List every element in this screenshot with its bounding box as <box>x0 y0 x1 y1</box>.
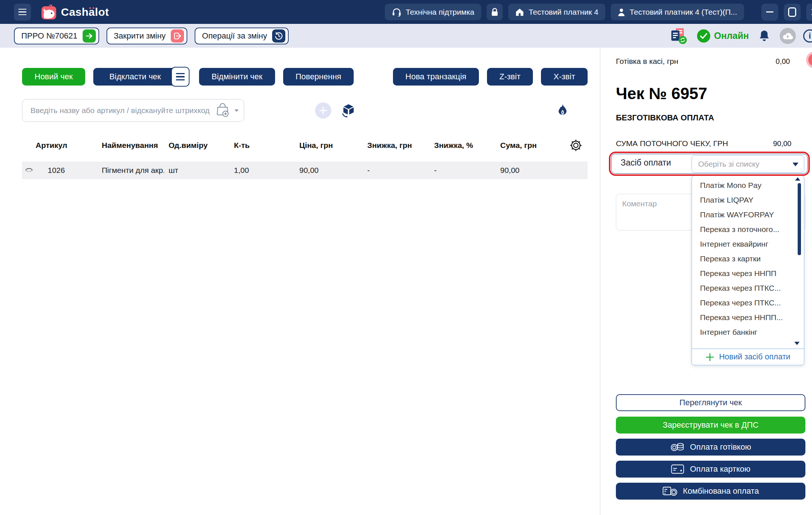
table-settings-button[interactable] <box>567 138 585 152</box>
documents-sync-button[interactable] <box>668 27 690 45</box>
window-minimize-button[interactable] <box>761 4 778 21</box>
cell-article: 1026 <box>48 166 65 175</box>
payment-method-option[interactable]: Платіж Mono Pay <box>692 178 804 193</box>
pay-card-button[interactable]: Оплата карткою <box>616 461 805 478</box>
account-home-button[interactable]: Тестовий платник 4 <box>508 4 605 20</box>
search-options-caret-icon[interactable] <box>234 109 239 112</box>
headset-icon <box>392 8 401 17</box>
info-icon: i <box>809 31 811 41</box>
table-row[interactable]: 1026 Пігменти для акр... шт 1,00 90,00 -… <box>22 162 588 179</box>
window-close-button[interactable] <box>806 4 812 21</box>
catalog-cube-button[interactable] <box>339 103 358 118</box>
payment-method-option[interactable]: Переказ через ПТКС... <box>692 295 804 310</box>
account-user-button[interactable]: Тестовий платник 4 (Тест)(П... <box>611 4 744 20</box>
z-report-button[interactable]: Z-звіт <box>487 68 533 86</box>
bell-icon <box>758 30 770 42</box>
product-search-input[interactable] <box>30 106 212 115</box>
refund-button[interactable]: Повернення <box>283 68 354 86</box>
cloud-download-button[interactable] <box>780 28 796 44</box>
plus-icon <box>705 353 714 362</box>
cancel-check-button[interactable]: Відмінити чек <box>199 68 275 86</box>
col-header-article: Артикул <box>22 141 97 150</box>
cell-discount-uah: - <box>363 166 430 175</box>
postpone-check-button[interactable]: Відкласти чек <box>93 68 184 86</box>
window-maximize-button[interactable] <box>784 4 801 21</box>
cell-unit: шт <box>164 166 230 175</box>
toolbar-status-area: Онлайн i <box>668 27 812 45</box>
flame-icon <box>557 104 569 117</box>
shift-operations-button[interactable]: Операції за зміну <box>195 28 289 44</box>
current-check-sum-value: 90,00 <box>773 139 791 148</box>
product-search-box <box>22 99 244 122</box>
payment-method-options: Платіж Mono Pay Платіж LIQPAY Платіж WAY… <box>692 176 804 340</box>
postponed-checks-list-button[interactable] <box>171 67 190 87</box>
cloud-download-icon <box>783 32 793 40</box>
eye-icon[interactable] <box>25 168 33 173</box>
payment-method-select[interactable]: Оберіть зі списку <box>692 155 804 173</box>
check-panel: Готівка в касі, грн 0,00 Чек № 6957 БЕЗГ… <box>600 48 812 515</box>
app-logo: Cashalot <box>40 4 109 20</box>
col-header-name: Найменування <box>97 141 164 150</box>
add-product-button[interactable] <box>315 102 331 119</box>
close-shift-button[interactable]: Закрити зміну <box>107 28 187 44</box>
flame-button[interactable] <box>555 103 571 118</box>
payment-method-option[interactable]: Платіж LIQPAY <box>692 193 804 207</box>
payment-method-option[interactable]: Переказ з картки <box>692 251 804 266</box>
online-status: Онлайн <box>697 29 749 43</box>
cell-discount-pct: - <box>430 166 496 175</box>
plus-icon <box>319 106 327 115</box>
user-icon <box>618 8 625 16</box>
titlebar-right: Технічна підтримка Тестовий платник 4 Те… <box>385 4 812 21</box>
dropdown-scrollbar[interactable] <box>798 183 801 255</box>
new-check-button[interactable]: Новий чек <box>22 68 85 86</box>
scroll-down-icon[interactable] <box>794 342 800 345</box>
cell-name: Пігменти для акр... <box>97 166 164 175</box>
scroll-up-icon[interactable] <box>795 177 800 181</box>
app-window: Cashalot Технічна підтримка Тестовий пла… <box>0 0 812 515</box>
payment-method-option[interactable]: Інтернет банкінг <box>692 325 804 340</box>
lock-icon <box>491 8 498 17</box>
check-number-title: Чек № 6957 <box>616 84 707 103</box>
col-header-discount-uah: Знижка, грн <box>363 141 430 150</box>
edge-red-indicator[interactable] <box>806 51 812 68</box>
current-check-sum-label: СУМА ПОТОЧНОГО ЧЕКУ, ГРН <box>616 139 728 148</box>
info-button[interactable]: i <box>803 29 812 43</box>
minimize-icon <box>766 11 773 12</box>
payment-method-option[interactable]: Переказ через ННПП... <box>692 310 804 325</box>
payment-method-option[interactable]: Переказ з поточного... <box>692 222 804 237</box>
col-header-discount-pct: Знижка, % <box>430 141 496 150</box>
add-to-cart-icon[interactable] <box>215 103 231 118</box>
payment-method-option[interactable]: Переказ через ПТКС... <box>692 281 804 295</box>
chevron-down-icon <box>793 163 798 166</box>
cell-total: 90,00 <box>496 166 564 175</box>
gear-icon <box>569 139 582 152</box>
lock-button[interactable] <box>487 4 503 20</box>
cube-icon <box>341 103 356 118</box>
maximize-icon <box>788 7 796 17</box>
payment-method-option[interactable]: Переказ через ННПП <box>692 266 804 281</box>
new-transaction-button[interactable]: Нова транзакція <box>393 68 479 86</box>
cell-qty: 1,00 <box>230 166 295 175</box>
payment-method-placeholder: Оберіть зі списку <box>698 160 759 168</box>
add-payment-method-button[interactable]: Новий засіб оплати <box>692 349 804 365</box>
payment-method-dropdown: Платіж Mono Pay Платіж LIQPAY Платіж WAY… <box>692 175 804 365</box>
cashalot-whale-icon <box>40 4 57 20</box>
register-check-button[interactable]: Зареєструвати чек в ДПС <box>616 417 805 434</box>
combined-payment-icon <box>663 486 677 496</box>
notifications-button[interactable] <box>756 29 772 43</box>
pay-combined-button[interactable]: Комбінована оплата <box>616 483 805 500</box>
cash-in-register-value: 0,00 <box>776 57 790 66</box>
online-check-icon <box>697 29 710 43</box>
check-actions-row: Новий чек Відкласти чек Відмінити чек По… <box>22 68 588 86</box>
titlebar: Cashalot Технічна підтримка Тестовий пла… <box>0 0 812 24</box>
history-clock-icon <box>272 29 285 43</box>
main-area: Новий чек Відкласти чек Відмінити чек По… <box>0 48 812 515</box>
prro-button[interactable]: ПРРО №70621 <box>14 28 99 44</box>
view-check-button[interactable]: Переглянути чек <box>616 394 805 411</box>
payment-method-option[interactable]: Інтернет еквайринг <box>692 237 804 251</box>
menu-icon[interactable] <box>14 4 31 21</box>
x-report-button[interactable]: X-звіт <box>541 68 588 86</box>
support-button[interactable]: Технічна підтримка <box>385 4 481 20</box>
pay-cash-button[interactable]: Оплата готівкою <box>616 439 805 456</box>
payment-method-option[interactable]: Платіж WAYFORPAY <box>692 207 804 222</box>
